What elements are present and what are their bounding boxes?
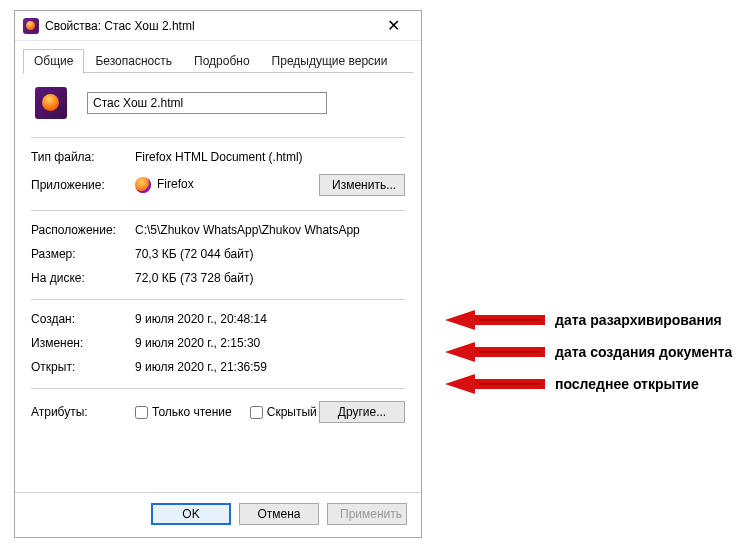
annotation-modified-label: дата создания документа xyxy=(555,344,732,360)
ok-button[interactable]: OK xyxy=(151,503,231,525)
annotation-accessed-label: последнее открытие xyxy=(555,376,699,392)
tab-previous-versions[interactable]: Предыдущие версии xyxy=(261,49,399,74)
value-app: Firefox xyxy=(135,177,319,193)
label-app: Приложение: xyxy=(31,178,135,192)
app-icon xyxy=(23,18,39,34)
label-ondisk: На диске: xyxy=(31,271,135,285)
label-accessed: Открыт: xyxy=(31,360,135,374)
value-accessed: 9 июля 2020 г., 21:36:59 xyxy=(135,360,405,374)
hidden-text: Скрытый xyxy=(267,405,317,419)
tab-security[interactable]: Безопасность xyxy=(84,49,183,74)
change-app-button[interactable]: Изменить... xyxy=(319,174,405,196)
value-filetype: Firefox HTML Document (.html) xyxy=(135,150,405,164)
separator xyxy=(31,299,405,300)
label-attributes: Атрибуты: xyxy=(31,405,135,419)
readonly-text: Только чтение xyxy=(152,405,232,419)
annotation-accessed: последнее открытие xyxy=(445,374,699,394)
annotation-created-label: дата разархивирования xyxy=(555,312,722,328)
close-button[interactable]: ✕ xyxy=(371,12,415,40)
arrow-icon xyxy=(445,342,545,362)
window-title: Свойства: Стас Хош 2.html xyxy=(45,19,371,33)
cancel-button[interactable]: Отмена xyxy=(239,503,319,525)
label-created: Создан: xyxy=(31,312,135,326)
dialog-buttons: OK Отмена Применить xyxy=(15,492,421,537)
tab-strip: Общие Безопасность Подробно Предыдущие в… xyxy=(15,41,421,73)
value-size: 70,3 КБ (72 044 байт) xyxy=(135,247,405,261)
label-filetype: Тип файла: xyxy=(31,150,135,164)
titlebar: Свойства: Стас Хош 2.html ✕ xyxy=(15,11,421,41)
readonly-checkbox[interactable] xyxy=(135,406,148,419)
label-modified: Изменен: xyxy=(31,336,135,350)
separator xyxy=(31,137,405,138)
advanced-attributes-button[interactable]: Другие... xyxy=(319,401,405,423)
separator xyxy=(31,210,405,211)
hidden-checkbox-label[interactable]: Скрытый xyxy=(250,405,317,419)
label-size: Размер: xyxy=(31,247,135,261)
value-created: 9 июля 2020 г., 20:48:14 xyxy=(135,312,405,326)
firefox-icon xyxy=(135,177,151,193)
tab-panel-general: Тип файла: Firefox HTML Document (.html)… xyxy=(15,73,421,492)
properties-dialog: Свойства: Стас Хош 2.html ✕ Общие Безопа… xyxy=(14,10,422,538)
tab-general[interactable]: Общие xyxy=(23,49,84,74)
value-ondisk: 72,0 КБ (73 728 байт) xyxy=(135,271,405,285)
annotation-modified: дата создания документа xyxy=(445,342,732,362)
label-location: Расположение: xyxy=(31,223,135,237)
hidden-checkbox[interactable] xyxy=(250,406,263,419)
tab-details[interactable]: Подробно xyxy=(183,49,261,74)
annotation-created: дата разархивирования xyxy=(445,310,722,330)
app-name-text: Firefox xyxy=(157,177,194,191)
filename-input[interactable] xyxy=(87,92,327,114)
readonly-checkbox-label[interactable]: Только чтение xyxy=(135,405,232,419)
file-type-icon xyxy=(35,87,67,119)
separator xyxy=(31,388,405,389)
attributes-group: Только чтение Скрытый xyxy=(135,405,319,419)
value-location: C:\5\Zhukov WhatsApp\Zhukov WhatsApp xyxy=(135,223,405,237)
arrow-icon xyxy=(445,374,545,394)
apply-button[interactable]: Применить xyxy=(327,503,407,525)
value-modified: 9 июля 2020 г., 2:15:30 xyxy=(135,336,405,350)
arrow-icon xyxy=(445,310,545,330)
